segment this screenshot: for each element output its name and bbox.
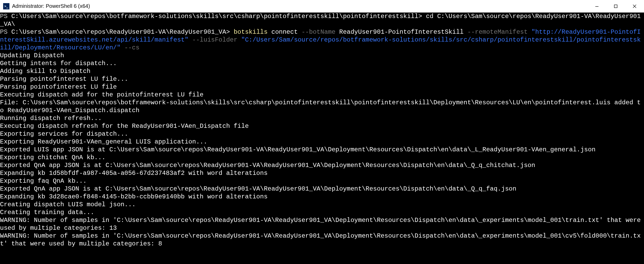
terminal-segment: Exported QnA app JSON is at C:\Users\Sam… <box>0 162 535 169</box>
maximize-icon <box>614 4 618 8</box>
terminal-segment: Adding skill to Dispatch <box>0 68 91 75</box>
terminal-line: PS C:\Users\Sam\source\repos\ReadyUser90… <box>0 28 644 52</box>
terminal-line: WARNING: Number of samples in 'C:\Users\… <box>0 216 644 232</box>
terminal-line: Adding skill to Dispatch <box>0 67 644 75</box>
terminal-line: PS C:\Users\Sam\source\repos\botframewor… <box>0 13 644 28</box>
window-controls <box>587 0 644 12</box>
terminal-segment: Expanding kb 1d58bfdf-a987-405a-a056-67d… <box>0 170 268 177</box>
terminal-line: Exporting ReadyUser901-VAen_general LUIS… <box>0 138 644 146</box>
svg-rect-0 <box>595 6 598 7</box>
window-titlebar: Administrator: PowerShell 6 (x64) <box>0 0 644 13</box>
terminal-line: Exporting chitchat QnA kb... <box>0 154 644 162</box>
maximize-button[interactable] <box>606 0 625 12</box>
terminal-segment: botskills <box>234 28 271 36</box>
terminal-line: Running dispatch refresh... <box>0 114 644 122</box>
svg-rect-1 <box>614 5 617 8</box>
terminal-segment: Exported QnA app JSON is at C:\Users\Sam… <box>0 185 516 192</box>
terminal-segment: --botName <box>301 28 339 36</box>
terminal-segment: Exporting services for dispatch... <box>0 130 128 137</box>
terminal-segment: Creating dispatch LUIS model json... <box>0 201 136 208</box>
terminal-segment: ReadyUser901-PointofInterestSkill <box>339 28 467 36</box>
powershell-icon <box>3 3 9 9</box>
terminal-segment: connect <box>271 28 301 36</box>
close-button[interactable] <box>625 0 644 12</box>
minimize-icon <box>595 4 599 8</box>
terminal-line: Executing dispatch refresh for the Ready… <box>0 122 644 130</box>
terminal-segment: --cs <box>124 44 139 51</box>
terminal-line: Creating dispatch LUIS model json... <box>0 201 644 209</box>
terminal-line: Executing dispatch add for the pointofin… <box>0 91 644 99</box>
terminal-line: File: C:\Users\Sam\source\repos\botframe… <box>0 99 644 114</box>
terminal-segment: C:\Users\Sam\source\repos\ReadyUser901-V… <box>11 28 234 36</box>
terminal-segment: Updating Dispatch <box>0 52 64 59</box>
terminal-segment: Executing dispatch refresh for the Ready… <box>0 123 249 130</box>
terminal-segment: --luisFolder <box>192 36 241 43</box>
terminal-line: Expanding kb 1d58bfdf-a987-405a-a056-67d… <box>0 169 644 177</box>
terminal-segment: WARNING: Number of samples in 'C:\Users\… <box>0 217 644 232</box>
terminal-segment: C:\Users\Sam\source\repos\botframework-s… <box>11 13 426 20</box>
terminal-line: Exporting faq QnA kb... <box>0 177 644 185</box>
close-icon <box>632 4 637 8</box>
terminal-segment: Exporting ReadyUser901-VAen_general LUIS… <box>0 138 207 145</box>
terminal-line: WARNING: Number of samples in 'C:\Users\… <box>0 232 644 248</box>
terminal-line: Exported QnA app JSON is at C:\Users\Sam… <box>0 185 644 193</box>
terminal-segment: --remoteManifest <box>467 28 531 36</box>
terminal-segment: Getting intents for dispatch... <box>0 60 117 67</box>
terminal-segment: Exporting chitchat QnA kb... <box>0 154 105 161</box>
terminal-segment: Parsing pointofinterest LU file... <box>0 76 128 83</box>
terminal-segment: Expanding kb 3d28cae0-f848-4145-b2bb-ccb… <box>0 193 268 200</box>
terminal-line: Exported QnA app JSON is at C:\Users\Sam… <box>0 162 644 169</box>
terminal-segment: Executing dispatch add for the pointofin… <box>0 91 204 98</box>
terminal-segment: Running dispatch refresh... <box>0 115 102 122</box>
terminal-segment: Exporting faq QnA kb... <box>0 177 87 185</box>
terminal-segment: Creating training data... <box>0 209 94 216</box>
terminal-segment: WARNING: Number of samples in 'C:\Users\… <box>0 232 641 247</box>
terminal-line: Updating Dispatch <box>0 52 644 60</box>
terminal-line: Parsing pointofinterest LU file... <box>0 75 644 83</box>
terminal-segment: PS <box>0 13 11 20</box>
terminal-line: Exporting services for dispatch... <box>0 130 644 138</box>
terminal-line: Parsing pointofinterest LU file <box>0 83 644 91</box>
window-title: Administrator: PowerShell 6 (x64) <box>12 3 90 9</box>
minimize-button[interactable] <box>587 0 606 12</box>
terminal-line: Exported LUIS app JSON is at C:\Users\Sa… <box>0 146 644 154</box>
terminal-line: Creating training data... <box>0 209 644 216</box>
terminal-segment: Exported LUIS app JSON is at C:\Users\Sa… <box>0 146 596 153</box>
terminal-output[interactable]: PS C:\Users\Sam\source\repos\botframewor… <box>0 13 644 248</box>
terminal-segment: File: C:\Users\Sam\source\repos\botframe… <box>0 99 641 114</box>
terminal-segment: PS <box>0 28 11 36</box>
terminal-segment: Parsing pointofinterest LU file <box>0 83 117 90</box>
terminal-line: Getting intents for dispatch... <box>0 60 644 67</box>
titlebar-left: Administrator: PowerShell 6 (x64) <box>0 3 90 9</box>
terminal-line: Expanding kb 3d28cae0-f848-4145-b2bb-ccb… <box>0 193 644 201</box>
